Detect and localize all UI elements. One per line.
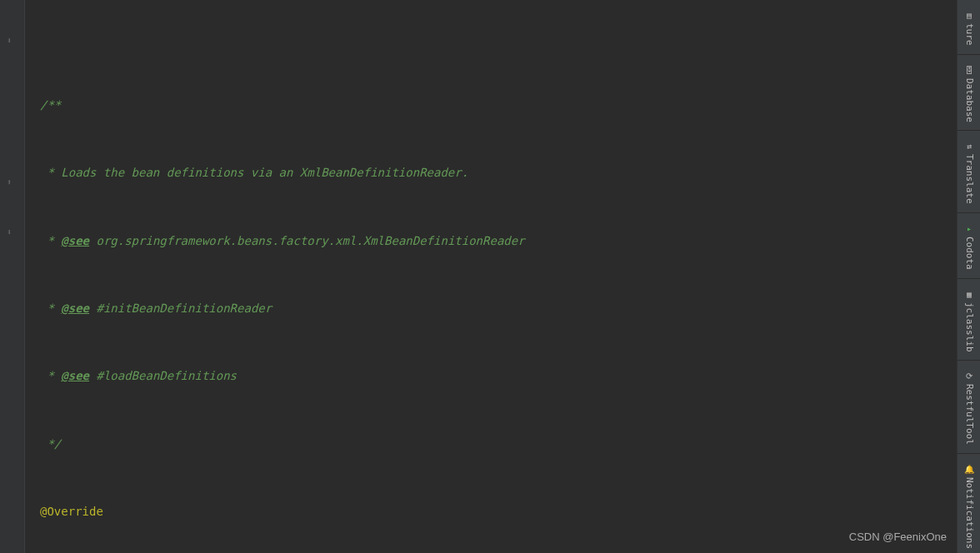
- structure-icon: ▤: [963, 8, 975, 20]
- javadoc-start: /**: [40, 98, 61, 112]
- javadoc-end: */: [40, 437, 61, 451]
- tool-window-bar-right: ▤ture 🗄Database ⇄Translate ▸Codota ▦jcla…: [957, 0, 980, 553]
- restful-icon: ⟳: [963, 369, 975, 381]
- database-icon: 🗄: [963, 63, 975, 75]
- javadoc-ref: #loadBeanDefinitions: [96, 369, 237, 382]
- tool-button-notifications[interactable]: 🔔Notifications: [958, 454, 980, 553]
- tool-button-translate[interactable]: ⇄Translate: [958, 131, 980, 213]
- annotation-override: @Override: [40, 505, 103, 518]
- javadoc-prefix: *: [40, 369, 61, 382]
- javadoc-prefix: *: [40, 301, 61, 315]
- javadoc-see-tag: @see: [61, 369, 89, 382]
- tool-button-restfultool[interactable]: ⟳RestfulTool: [958, 361, 980, 454]
- code-editor[interactable]: /** * Loads the bean definitions via an …: [0, 0, 955, 553]
- bell-icon: 🔔: [963, 462, 975, 474]
- javadoc-ref: #initBeanDefinitionReader: [96, 301, 272, 315]
- translate-icon: ⇄: [963, 139, 975, 151]
- javadoc-see-tag: @see: [61, 301, 89, 315]
- tool-button-jclasslib[interactable]: ▦jclasslib: [958, 279, 980, 361]
- javadoc-ref: org.springframework.beans.factory.xml.Xm…: [96, 234, 524, 247]
- javadoc-prefix: *: [40, 234, 61, 247]
- tool-button-codota[interactable]: ▸Codota: [958, 213, 980, 279]
- javadoc-see-tag: @see: [61, 234, 89, 247]
- codota-icon: ▸: [963, 222, 975, 233]
- javadoc-text: * Loads the bean definitions via an XmlB…: [40, 166, 468, 179]
- tool-button-database[interactable]: 🗄Database: [958, 55, 980, 132]
- jclasslib-icon: ▦: [963, 287, 975, 299]
- watermark-text: CSDN @FeenixOne: [849, 527, 947, 546]
- tool-button-structure[interactable]: ▤ture: [958, 0, 980, 55]
